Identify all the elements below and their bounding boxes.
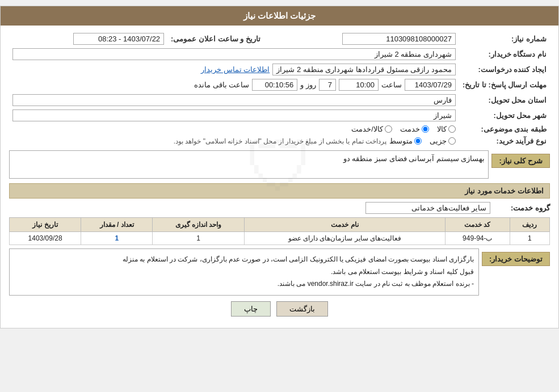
creator-value: محمود رازقی مسئول قراردادها شهرداری منطق… [272,64,456,75]
table-row: 1 ب-94-949 فعالیت‌های سایر سازمان‌های دا… [10,232,550,245]
service-group-label: گروه خدمت: [493,204,550,212]
notes-line-2: قبول کلیه اسناد و شرایط بیوست استعلام می… [14,266,474,279]
notes-row: توضیحات خریدار: بارگزاری اسناد بیوست بصو… [9,248,550,296]
print-button[interactable]: چاپ [231,301,271,317]
need-number-value: 1103098108000027 [342,33,456,45]
row-name: فعالیت‌های سایر سازمان‌های دارای عضو [244,232,445,245]
category-option-both: کالا/خدمت [351,125,392,133]
services-table: ردیف کد خدمت نام خدمت واحد اندازه گیری ت… [9,217,550,245]
col-header-unit: واحد اندازه گیری [153,218,245,232]
province-label: استان محل تحویل: [459,92,550,108]
announce-date-label: تاریخ و ساعت اعلان عمومی: [167,31,264,47]
content-area: شماره نیاز: 1103098108000027 تاریخ و ساع… [1,26,558,328]
main-container: 🛡 جزئیات اطلاعات نیاز شماره نیاز: 110309… [0,6,559,328]
notes-line-1: بارگزاری اسناد بیوست بصورت امضای فیزیکی … [14,254,474,266]
col-header-name: نام خدمت [244,218,445,232]
category-label-kala: کالا [437,125,447,133]
process-option-jozi: جزیی [430,137,456,145]
need-desc-row: شرح کلی نیاز: بهسازی سیستم آبرسانی فضای … [9,150,550,179]
category-radio-both[interactable] [385,125,392,133]
col-header-row: ردیف [510,218,549,232]
process-label-jozi: جزیی [430,137,447,145]
need-number-label: شماره نیاز: [459,31,550,47]
process-label: نوع فرآیند خرید: [459,135,550,147]
category-option-kala: کالا [437,125,456,133]
city-value: شیراز [12,109,456,121]
back-button[interactable]: بازگشت [276,301,328,317]
creator-row: محمود رازقی مسئول قراردادها شهرداری منطق… [12,64,456,75]
process-radio-jozi[interactable] [448,137,456,145]
category-radio-khedmat[interactable] [422,125,429,133]
page-header: جزئیات اطلاعات نیاز [1,6,558,26]
row-code: ب-94-949 [445,232,510,245]
reply-remaining: 00:10:56 [252,79,297,91]
row-num: 1 [510,232,549,245]
col-header-code: کد خدمت [445,218,510,232]
top-form: شماره نیاز: 1103098108000027 تاریخ و ساع… [9,31,550,147]
services-title: اطلاعات خدمات مورد نیاز [9,183,550,199]
reply-days-label: روز و [300,81,316,89]
process-option-motavaset: متوسط [389,137,422,145]
notes-content: بارگزاری اسناد بیوست بصورت امضای فیزیکی … [9,248,479,296]
service-group-value: سایر فعالیت‌های خدماتی [365,202,490,214]
action-buttons: بازگشت چاپ [9,301,550,317]
reply-remaining-label: ساعت باقی مانده [194,81,249,89]
reply-date: 1403/07/29 [405,79,456,91]
announce-date-value: 1403/07/22 - 08:23 [73,33,164,45]
reply-time-label: ساعت [381,81,402,89]
col-header-qty: تعداد / مقدار [81,218,153,232]
reply-deadline-label: مهلت ارسال پاسخ: تا تاریخ: [459,77,550,92]
service-group-row: گروه خدمت: سایر فعالیت‌های خدماتی [9,202,550,214]
reply-time: 10:00 [339,79,379,91]
process-radio-motavaset[interactable] [414,137,422,145]
col-header-date: تاریخ نیاز [10,218,81,232]
creator-label: ایجاد کننده درخواست: [459,62,550,77]
category-label-khedmat: خدمت [400,125,420,133]
reply-days: 7 [319,79,336,91]
notes-line-3: - برنده استعلام موظف به ثبت نام در سایت … [14,278,474,290]
category-label-both: کالا/خدمت [351,125,383,133]
page-title: جزئیات اطلاعات نیاز [243,11,316,20]
row-date: 1403/09/28 [10,232,81,245]
process-label-motavaset: متوسط [389,137,413,145]
reply-deadline-row: 1403/07/29 ساعت 10:00 7 روز و 00:10:56 س… [12,79,456,91]
row-unit: 1 [153,232,245,245]
need-desc-value: بهسازی سیستم آبرسانی فضای سبز منطقه دو [9,150,489,179]
category-radio-kala[interactable] [448,125,456,133]
category-radio-group: کالا خدمت کالا/خدمت [12,125,456,133]
process-note: پرداخت تمام یا بخشی از مبلغ خریدار از مح… [174,137,386,145]
process-row: جزیی متوسط پرداخت تمام یا بخشی از مبلغ خ… [12,137,456,145]
category-label: طبقه بندی موضوعی: [459,123,550,135]
category-option-khedmat: خدمت [400,125,429,133]
buyer-org-label: نام دستگاه خریدار: [459,47,550,62]
creator-link[interactable]: اطلاعات تماس خریدار [201,65,270,74]
city-label: شهر محل تحویل: [459,108,550,123]
notes-label: توضیحات خریدار: [482,252,550,266]
process-radio-group: جزیی متوسط [389,137,456,145]
row-qty: 1 [81,232,153,245]
need-desc-label: شرح کلی نیاز: [491,154,550,168]
buyer-org-value: شهرداری منطقه 2 شیراز [12,48,456,60]
province-value: فارس [12,94,456,106]
